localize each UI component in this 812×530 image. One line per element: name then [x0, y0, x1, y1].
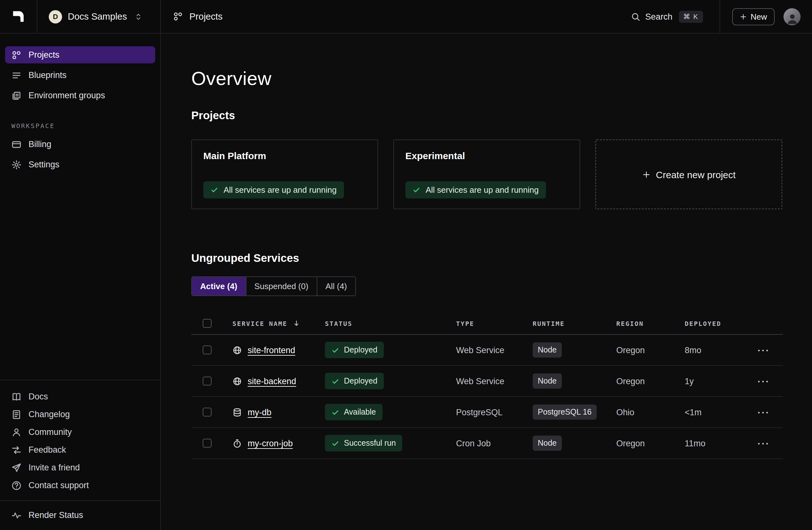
sidebar-item-label: Docs: [29, 392, 48, 401]
status-text: Successful run: [344, 439, 396, 448]
runtime-badge: Node: [533, 373, 562, 389]
workspace-selector[interactable]: D Docs Samples: [49, 10, 143, 23]
service-type: Web Service: [456, 376, 505, 386]
workspace-name: Docs Samples: [68, 11, 127, 22]
blueprints-icon: [11, 70, 21, 80]
sidebar-item-label: Billing: [29, 139, 51, 149]
sidebar-item-environment-groups[interactable]: Environment groups: [5, 87, 155, 104]
column-label: TYPE: [456, 320, 474, 327]
row-checkbox[interactable]: [203, 377, 212, 386]
table-row[interactable]: site-frontendDeployedWeb ServiceNodeOreg…: [191, 335, 783, 366]
cron-icon: [232, 438, 242, 448]
check-icon: [331, 408, 339, 416]
tab-suspended-0[interactable]: Suspended (0): [245, 277, 317, 295]
create-project-card[interactable]: Create new project: [595, 139, 782, 209]
sidebar-divider: [0, 380, 160, 380]
projects-icon: [11, 50, 21, 60]
deployed-cell: 11mo: [673, 438, 754, 448]
row-checkbox[interactable]: [203, 439, 212, 448]
docs-icon: [11, 391, 21, 402]
column-header-status[interactable]: STATUS: [314, 320, 445, 327]
sidebar-item-feedback[interactable]: Feedback: [5, 441, 155, 458]
invite-icon: [11, 462, 21, 473]
sidebar-item-contact-support[interactable]: Contact support: [5, 477, 155, 494]
column-header-type[interactable]: TYPE: [445, 320, 521, 327]
row-menu-button[interactable]: ···: [757, 376, 770, 386]
tab-all-4[interactable]: All (4): [317, 277, 355, 295]
sidebar-item-invite-a-friend[interactable]: Invite a friend: [5, 459, 155, 476]
sidebar-item-community[interactable]: Community: [5, 423, 155, 441]
sidebar-item-billing[interactable]: Billing: [5, 136, 155, 153]
table-row[interactable]: my-dbAvailablePostgreSQLPostgreSQL 16Ohi…: [191, 397, 783, 428]
column-header-runtime[interactable]: RUNTIME: [521, 320, 605, 327]
status-cell: Successful run: [314, 435, 445, 451]
service-deployed: 1y: [685, 376, 694, 386]
status-badge: Available: [325, 404, 382, 420]
type-cell: Web Service: [445, 376, 521, 386]
row-checkbox[interactable]: [203, 346, 212, 354]
row-checkbox[interactable]: [203, 408, 212, 417]
service-deployed: 8mo: [685, 345, 701, 355]
user-avatar[interactable]: [783, 8, 801, 25]
project-card-main-platform[interactable]: Main PlatformAll services are up and run…: [191, 139, 378, 209]
status-text: Deployed: [344, 346, 377, 354]
sidebar-item-changelog[interactable]: Changelog: [5, 406, 155, 423]
workspace-region: D Docs Samples: [38, 0, 161, 33]
column-header-deployed[interactable]: DEPLOYED: [673, 320, 754, 327]
sidebar-item-render-status[interactable]: Render Status: [5, 506, 155, 524]
row-menu-button[interactable]: ···: [757, 407, 770, 417]
column-header-region[interactable]: REGION: [605, 320, 673, 327]
row-checkbox-cell: [191, 346, 221, 354]
sidebar-item-label: Invite a friend: [29, 463, 80, 472]
runtime-badge: Node: [533, 342, 562, 358]
project-card-experimental[interactable]: ExperimentalAll services are up and runn…: [393, 139, 580, 209]
workspace-avatar: D: [49, 10, 62, 23]
check-icon: [331, 346, 339, 354]
row-checkbox-cell: [191, 408, 221, 417]
breadcrumb[interactable]: Projects: [161, 0, 223, 33]
header-checkbox-cell: [191, 319, 221, 328]
topbar-divider: [720, 0, 720, 33]
service-name-link[interactable]: site-frontend: [248, 345, 295, 355]
plus-icon: [642, 170, 650, 179]
topbar: D Docs Samples Projects Search ⌘ K New: [0, 0, 812, 33]
service-name-link[interactable]: site-backend: [248, 376, 296, 386]
column-label: DEPLOYED: [685, 320, 722, 327]
status-icon: [11, 510, 21, 520]
status-badge: Deployed: [325, 373, 384, 389]
service-region: Oregon: [616, 438, 645, 448]
column-header-service-name[interactable]: SERVICE NAME: [221, 320, 314, 327]
sidebar-item-blueprints[interactable]: Blueprints: [5, 67, 155, 84]
runtime-cell: PostgreSQL 16: [521, 404, 605, 420]
service-name-cell: my-cron-job: [221, 438, 314, 448]
project-status-text: All services are up and running: [426, 185, 539, 195]
sidebar-item-docs[interactable]: Docs: [5, 388, 155, 405]
search-button[interactable]: Search ⌘ K: [631, 11, 703, 23]
row-menu-button[interactable]: ···: [757, 438, 770, 448]
render-logo[interactable]: [0, 0, 38, 33]
service-type: PostgreSQL: [456, 407, 503, 417]
sidebar-divider: [0, 500, 160, 501]
row-menu-button[interactable]: ···: [757, 345, 770, 355]
service-name-link[interactable]: my-db: [248, 407, 271, 417]
table-row[interactable]: site-backendDeployedWeb ServiceNodeOrego…: [191, 366, 783, 397]
projects-icon: [173, 11, 183, 22]
sidebar-item-label: Contact support: [29, 480, 89, 490]
service-region: Ohio: [616, 407, 634, 417]
sidebar-main-nav: ProjectsBlueprintsEnvironment groups: [5, 46, 155, 107]
new-button[interactable]: New: [732, 8, 774, 25]
runtime-badge: PostgreSQL 16: [533, 404, 597, 420]
tab-active-4[interactable]: Active (4): [192, 277, 245, 295]
actions-cell: ···: [754, 376, 783, 386]
services-table-body: site-frontendDeployedWeb ServiceNodeOreg…: [191, 335, 783, 459]
project-status-text: All services are up and running: [223, 185, 337, 195]
feedback-icon: [11, 445, 21, 455]
topbar-right: Search ⌘ K New: [631, 0, 812, 33]
row-checkbox-cell: [191, 439, 221, 448]
sidebar-item-projects[interactable]: Projects: [5, 46, 155, 64]
select-all-checkbox[interactable]: [203, 319, 212, 328]
service-name-link[interactable]: my-cron-job: [248, 438, 293, 448]
region-cell: Oregon: [605, 438, 673, 448]
sidebar-item-settings[interactable]: Settings: [5, 156, 155, 173]
table-row[interactable]: my-cron-jobSuccessful runCron JobNodeOre…: [191, 428, 783, 459]
